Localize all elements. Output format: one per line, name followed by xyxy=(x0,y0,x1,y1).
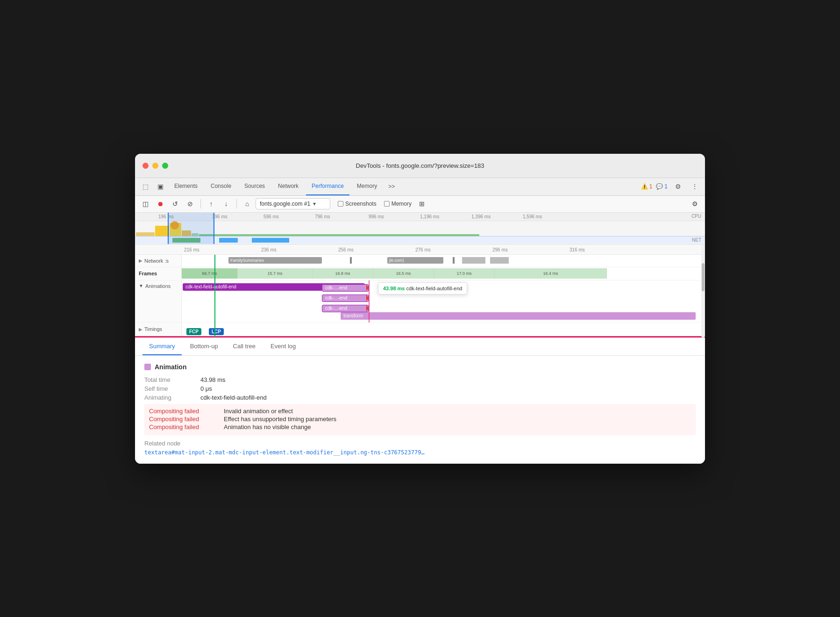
timeline-main: 216 ms 236 ms 256 ms 276 ms 296 ms 316 m… xyxy=(135,244,705,338)
network-bar-0-text: FamilySummaries xyxy=(230,258,264,263)
devtools-tabbar: ⬚ ▣ Elements Console Sources Network Per… xyxy=(135,178,705,196)
timeline-scrollbar[interactable] xyxy=(701,244,705,337)
track-animations-label: ▼ Animations xyxy=(135,280,182,322)
network-bar-3 xyxy=(490,257,509,264)
frame-1[interactable]: 15.7 ms xyxy=(238,268,313,279)
error-2-value: Animation has no visible change xyxy=(224,423,311,430)
devtools-window: DevTools - fonts.google.com/?preview.siz… xyxy=(135,154,705,464)
total-time-label: Total time xyxy=(144,376,200,383)
tab-elements[interactable]: Elements xyxy=(169,178,203,195)
titlebar: DevTools - fonts.google.com/?preview.siz… xyxy=(135,154,705,178)
track-timings: ▶ Timings FCP LCP xyxy=(135,323,705,337)
tab-bottom-up[interactable]: Bottom-up xyxy=(184,338,225,355)
cpu-label: CPU xyxy=(691,214,701,219)
network-divider xyxy=(350,257,352,264)
frame-5[interactable]: 16.4 ms xyxy=(495,268,607,279)
minimize-button[interactable] xyxy=(152,163,158,169)
warning-icon: ⚠️ xyxy=(641,183,648,190)
memory-icon-button[interactable]: ⊞ xyxy=(415,197,428,210)
device-toggle-icon[interactable]: ▣ xyxy=(154,180,167,193)
scrollbar-thumb[interactable] xyxy=(702,263,705,291)
tab-summary[interactable]: Summary xyxy=(142,338,182,355)
track-frames: Frames 66.7 ms 15.7 ms 16.8 ms 16.5 ms xyxy=(135,267,705,280)
tab-network[interactable]: Network xyxy=(272,178,304,195)
sidebar-toggle-button[interactable]: ◫ xyxy=(139,197,152,210)
ruler-tick-5: 1,196 ms xyxy=(420,214,439,219)
animation-tooltip: 43.98 ms cdk-text-field-autofill-end xyxy=(378,282,467,294)
anim-bar-sub-2-text: cdk-...-end xyxy=(325,306,347,311)
anim-bar-sub-1-text: cdk-...-end xyxy=(325,295,347,301)
main-tick-3: 276 ms xyxy=(415,247,431,252)
animations-content: cdk-text-field-autofill-end cdk-...-end … xyxy=(182,280,705,323)
error-2-key: Compositing failed xyxy=(149,423,224,430)
reload-button[interactable]: ↺ xyxy=(169,197,182,210)
clear-button[interactable]: ⊘ xyxy=(184,197,197,210)
summary-animating: Animating cdk-text-field-autofill-end xyxy=(144,394,696,401)
frames-content: 66.7 ms 15.7 ms 16.8 ms 16.5 ms 17.0 ms xyxy=(182,267,705,280)
tab-call-tree[interactable]: Call tree xyxy=(227,338,262,355)
summary-panel: Animation Total time 43.98 ms Self time … xyxy=(135,356,705,464)
track-frames-label: Frames xyxy=(135,267,182,280)
tab-sources[interactable]: Sources xyxy=(239,178,271,195)
track-animations: ▼ Animations cdk-text-field-autofill-end… xyxy=(135,280,705,323)
more-tabs-button[interactable]: >> xyxy=(384,181,399,192)
tab-console[interactable]: Console xyxy=(205,178,237,195)
frames-label-text: Frames xyxy=(139,271,157,276)
frames-track: 66.7 ms 15.7 ms 16.8 ms 16.5 ms 17.0 ms xyxy=(182,267,705,280)
animating-label: Animating xyxy=(144,394,200,401)
ruler-tick-7: 1,596 ms xyxy=(523,214,542,219)
anim-bar-sub-1[interactable]: cdk-...-end xyxy=(322,294,369,302)
frame-3[interactable]: 16.5 ms xyxy=(373,268,434,279)
frame-4[interactable]: 17.0 ms xyxy=(434,268,495,279)
home-button[interactable]: ⌂ xyxy=(241,197,254,210)
info-badge[interactable]: 💬 1 xyxy=(656,183,668,190)
main-ruler: 216 ms 236 ms 256 ms 276 ms 296 ms 316 m… xyxy=(135,244,705,255)
related-node-label: Related node xyxy=(144,440,696,447)
url-dropdown-icon[interactable]: ▾ xyxy=(313,201,316,207)
tab-memory[interactable]: Memory xyxy=(351,178,383,195)
ruler-tick-2: 596 ms xyxy=(263,214,279,219)
transform-bar[interactable]: transform xyxy=(341,312,696,320)
related-node-link[interactable]: textarea#mat-input-2.mat-mdc-input-eleme… xyxy=(144,449,425,456)
network-bar-1-text: jle.com) xyxy=(389,258,404,263)
memory-label: Memory xyxy=(392,201,412,207)
record-button[interactable]: ⏺ xyxy=(154,197,167,210)
memory-checkbox[interactable]: Memory xyxy=(384,201,412,207)
separator-1 xyxy=(200,199,201,208)
screenshots-checkbox[interactable]: Screenshots xyxy=(338,201,377,207)
inspector-icon[interactable]: ⬚ xyxy=(139,180,152,193)
frame-0[interactable]: 66.7 ms xyxy=(182,268,238,279)
animation-color-swatch xyxy=(144,364,151,370)
settings-button[interactable]: ⚙ xyxy=(688,197,701,210)
tab-event-log[interactable]: Event log xyxy=(264,338,302,355)
tab-performance[interactable]: Performance xyxy=(306,178,349,195)
network-content: FamilySummaries jle.com) xyxy=(182,255,705,267)
summary-self-time: Self time 0 μs xyxy=(144,385,696,392)
anim-bar-sub-0[interactable]: cdk-...-end xyxy=(322,284,369,292)
upload-button[interactable]: ↑ xyxy=(205,197,218,210)
toolbar-right: ⚙ xyxy=(688,197,701,210)
url-text: fonts.google.com #1 xyxy=(260,201,310,207)
settings-icon[interactable]: ⚙ xyxy=(671,180,684,193)
timeline-overview[interactable]: 196 ms 396 ms 596 ms 796 ms 996 ms 1,196… xyxy=(135,213,705,244)
close-button[interactable] xyxy=(142,163,149,169)
maximize-button[interactable] xyxy=(162,163,168,169)
download-button[interactable]: ↓ xyxy=(220,197,233,210)
more-options-icon[interactable]: ⋮ xyxy=(688,180,701,193)
error-row-2: Compositing failed Animation has no visi… xyxy=(149,423,691,430)
net-label: NET xyxy=(692,237,701,243)
main-tick-4: 296 ms xyxy=(492,247,508,252)
summary-total-time: Total time 43.98 ms xyxy=(144,376,696,383)
frame-2[interactable]: 16.8 ms xyxy=(313,268,373,279)
warning-badge[interactable]: ⚠️ 1 xyxy=(641,183,653,190)
tooltip-label: cdk-text-field-autofill-end xyxy=(406,286,463,291)
self-time-value: 0 μs xyxy=(200,385,212,392)
url-bar: fonts.google.com #1 ▾ xyxy=(256,198,330,209)
memory-checkbox-box xyxy=(384,201,390,207)
network-label-text: Network :s xyxy=(144,258,169,264)
track-network: ▶ Network :s FamilySummaries jle.com) xyxy=(135,255,705,267)
anim-bar-sub-2[interactable]: cdk-...-end xyxy=(322,305,369,312)
self-time-label: Self time xyxy=(144,385,200,392)
selection-overlay[interactable] xyxy=(168,213,214,244)
error-1-key: Compositing failed xyxy=(149,416,224,423)
